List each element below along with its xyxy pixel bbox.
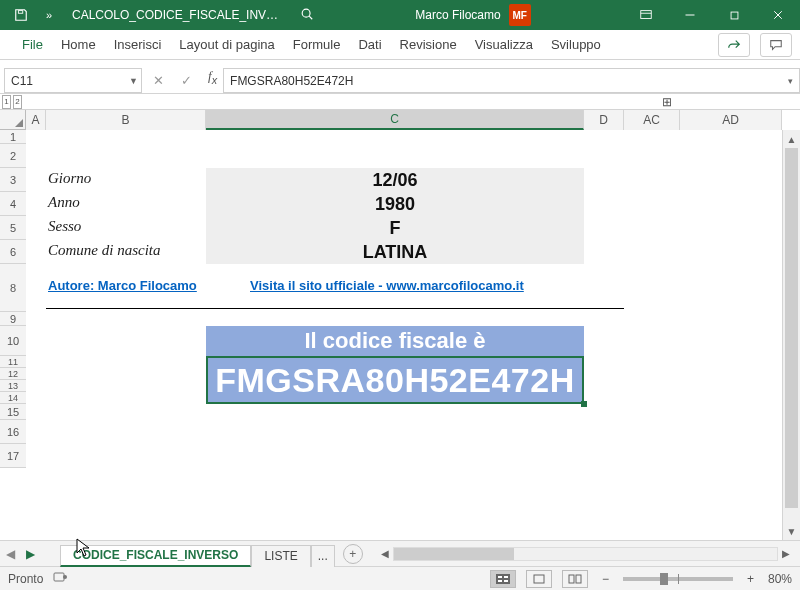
close-button[interactable] <box>756 0 800 30</box>
user-name: Marco Filocamo <box>415 8 500 22</box>
row-header-11[interactable]: 11 <box>0 356 26 368</box>
outline-strip: 1 2 ⊞ <box>0 94 800 110</box>
row-header-2[interactable]: 2 <box>0 144 26 168</box>
view-page-break-button[interactable] <box>562 570 588 588</box>
sheet-tab-active[interactable]: CODICE_FISCALE_INVERSO <box>60 545 251 567</box>
name-box[interactable]: C11 ▼ <box>4 68 142 93</box>
svg-rect-17 <box>569 575 574 583</box>
svg-point-1 <box>302 9 310 17</box>
row-header-8[interactable]: 8 <box>0 264 26 312</box>
col-header-B[interactable]: B <box>46 110 206 130</box>
user-avatar: MF <box>509 4 531 26</box>
more-commands-icon[interactable]: » <box>36 2 62 28</box>
add-sheet-button[interactable]: + <box>343 544 363 564</box>
view-page-layout-button[interactable] <box>526 570 552 588</box>
row-header-3[interactable]: 3 <box>0 168 26 192</box>
maximize-button[interactable] <box>712 0 756 30</box>
zoom-level[interactable]: 80% <box>768 572 792 586</box>
comments-icon[interactable] <box>760 33 792 57</box>
tab-file[interactable]: File <box>14 30 51 60</box>
formula-bar[interactable]: FMGSRA80H52E472H <box>223 68 782 93</box>
outline-level-2[interactable]: 2 <box>13 95 22 109</box>
tab-inserisci[interactable]: Inserisci <box>106 30 170 60</box>
link-autore[interactable]: Autore: Marco Filocamo <box>48 278 197 293</box>
sheet-tab-liste[interactable]: LISTE <box>251 545 310 567</box>
cancel-formula-icon[interactable]: ✕ <box>146 73 170 88</box>
row-header-4[interactable]: 4 <box>0 192 26 216</box>
row-header-9[interactable]: 9 <box>0 312 26 326</box>
row-header-17[interactable]: 17 <box>0 444 26 468</box>
result-header: Il codice fiscale è <box>206 326 584 356</box>
outline-expand-icon[interactable]: ⊞ <box>662 95 672 109</box>
label-comune: Comune di nascita <box>48 242 161 259</box>
tab-sviluppo[interactable]: Sviluppo <box>543 30 609 60</box>
row-header-10[interactable]: 10 <box>0 326 26 356</box>
minimize-button[interactable] <box>668 0 712 30</box>
search-icon[interactable] <box>292 7 322 24</box>
name-box-value: C11 <box>11 74 33 88</box>
ribbon-options-icon[interactable] <box>624 0 668 30</box>
share-icon[interactable] <box>718 33 750 57</box>
result-code-cell[interactable]: FMGSRA80H52E472H <box>206 356 584 404</box>
value-anno[interactable]: 1980 <box>206 192 584 216</box>
row-header-16[interactable]: 16 <box>0 420 26 444</box>
namebox-dropdown-icon[interactable]: ▼ <box>129 76 138 86</box>
account-area[interactable]: Marco Filocamo MF <box>322 4 624 26</box>
col-header-C[interactable]: C <box>206 110 584 130</box>
cells-canvas[interactable]: Giorno Anno Sesso Comune di nascita 12/0… <box>26 130 782 540</box>
status-ready: Pronto <box>8 572 43 586</box>
macro-record-icon[interactable] <box>53 570 69 587</box>
formula-bar-row: C11 ▼ ✕ ✓ fx FMGSRA80H52E472H ▾ <box>0 68 800 94</box>
tab-home[interactable]: Home <box>53 30 104 60</box>
scroll-up-icon[interactable]: ▲ <box>783 130 800 148</box>
sheet-tab-more[interactable]: ... <box>311 545 335 567</box>
enter-formula-icon[interactable]: ✓ <box>174 73 198 88</box>
vscroll-thumb[interactable] <box>785 148 798 508</box>
row-header-6[interactable]: 6 <box>0 240 26 264</box>
row-header-1[interactable]: 1 <box>0 130 26 144</box>
row-header-14[interactable]: 14 <box>0 392 26 404</box>
zoom-in-button[interactable]: + <box>743 572 758 586</box>
tab-revisione[interactable]: Revisione <box>392 30 465 60</box>
value-giorno[interactable]: 12/06 <box>206 168 584 192</box>
sheet-tab-bar: ◀ ▶ CODICE_FISCALE_INVERSO LISTE ... + ◀… <box>0 540 800 566</box>
formula-bar-expand-icon[interactable]: ▾ <box>782 68 800 93</box>
outline-level-1[interactable]: 1 <box>2 95 11 109</box>
sheet-nav-prev[interactable]: ◀ <box>0 547 20 561</box>
row-header-5[interactable]: 5 <box>0 216 26 240</box>
row-header-13[interactable]: 13 <box>0 380 26 392</box>
autosave-icon[interactable] <box>8 2 34 28</box>
value-sesso[interactable]: F <box>206 216 584 240</box>
tab-layout[interactable]: Layout di pagina <box>171 30 282 60</box>
hscroll-left-icon[interactable]: ◀ <box>377 548 393 559</box>
tab-visualizza[interactable]: Visualizza <box>467 30 541 60</box>
fx-icon[interactable]: fx <box>202 68 223 93</box>
label-sesso: Sesso <box>48 218 81 235</box>
vertical-scrollbar[interactable]: ▲ ▼ <box>782 130 800 540</box>
col-header-AC[interactable]: AC <box>624 110 680 130</box>
link-sito[interactable]: Visita il sito ufficiale - www.marcofilo… <box>250 278 524 293</box>
status-bar: Pronto − + 80% <box>0 566 800 590</box>
row-header-12[interactable]: 12 <box>0 368 26 380</box>
zoom-slider[interactable] <box>623 577 733 581</box>
svg-point-10 <box>63 575 67 579</box>
value-comune[interactable]: LATINA <box>206 240 584 264</box>
row-header-15[interactable]: 15 <box>0 404 26 420</box>
svg-rect-6 <box>731 12 738 19</box>
formula-bar-value: FMGSRA80H52E472H <box>230 74 353 88</box>
hscroll-thumb[interactable] <box>394 548 514 560</box>
tab-formule[interactable]: Formule <box>285 30 349 60</box>
select-all-corner[interactable] <box>0 110 26 130</box>
fill-handle[interactable] <box>581 401 587 407</box>
horizontal-scrollbar[interactable]: ◀ ▶ <box>377 547 794 561</box>
col-header-AD[interactable]: AD <box>680 110 782 130</box>
svg-rect-16 <box>534 575 544 583</box>
view-normal-button[interactable] <box>490 570 516 588</box>
col-header-A[interactable]: A <box>26 110 46 130</box>
col-header-D[interactable]: D <box>584 110 624 130</box>
zoom-out-button[interactable]: − <box>598 572 613 586</box>
scroll-down-icon[interactable]: ▼ <box>783 522 800 540</box>
sheet-nav-next[interactable]: ▶ <box>20 547 40 561</box>
hscroll-right-icon[interactable]: ▶ <box>778 548 794 559</box>
tab-dati[interactable]: Dati <box>350 30 389 60</box>
